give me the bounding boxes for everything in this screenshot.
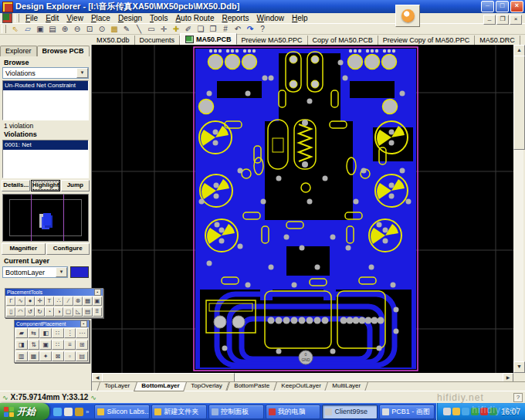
- maximize-button[interactable]: [496, 1, 509, 12]
- component-tool-icon[interactable]: ▤: [76, 351, 88, 361]
- component-tool-icon[interactable]: ⊞: [76, 340, 88, 350]
- toolbar-grip[interactable]: [2, 25, 6, 33]
- component-tool-icon[interactable]: ◧: [39, 328, 52, 338]
- mdi-restore-button[interactable]: [496, 15, 509, 25]
- magnifier-button[interactable]: Magnifier: [2, 243, 46, 255]
- document-tab[interactable]: MA50.PCB: [180, 33, 237, 45]
- tray-keyboard-icon[interactable]: [443, 408, 451, 415]
- tab-explorer[interactable]: Explorer: [0, 46, 37, 56]
- component-tool-icon[interactable]: ⇆: [28, 328, 40, 338]
- toolbar-icon[interactable]: ↷: [244, 24, 256, 34]
- menu-grip[interactable]: [15, 14, 19, 22]
- configure-button[interactable]: Configure: [46, 243, 90, 255]
- document-tab[interactable]: MX50.Ddb: [92, 36, 135, 45]
- menu-item[interactable]: File: [22, 14, 42, 22]
- list-item[interactable]: Un-Routed Net Constraint: [3, 81, 88, 90]
- magnifier-preview[interactable]: [2, 194, 89, 242]
- component-tool-icon[interactable]: ▣: [39, 340, 52, 350]
- mdi-close-button[interactable]: [510, 15, 522, 25]
- menu-item[interactable]: Design: [114, 14, 146, 22]
- component-tool-icon[interactable]: ▦: [28, 351, 40, 361]
- quick-launch-icon[interactable]: [75, 408, 83, 416]
- component-tool-icon[interactable]: ≡: [64, 340, 76, 350]
- toolbar-icon[interactable]: ╲: [133, 24, 145, 34]
- menu-item[interactable]: Help: [288, 14, 312, 22]
- start-button[interactable]: 开始: [0, 403, 49, 420]
- placement-tool-icon[interactable]: T: [45, 296, 54, 306]
- toolbar-icon[interactable]: ✎: [120, 24, 133, 34]
- menu-item[interactable]: Window: [252, 14, 288, 22]
- placement-tool-icon[interactable]: ↺: [25, 307, 35, 317]
- chevron-down-icon[interactable]: [56, 267, 67, 277]
- vertical-scrollbar[interactable]: [513, 45, 523, 373]
- tab-browse-pcb[interactable]: Browse PCB: [37, 46, 90, 56]
- toolbar-icon[interactable]: ?: [256, 24, 269, 34]
- placement-tool-icon[interactable]: ▢: [63, 307, 73, 317]
- layer-tab[interactable]: MultiLayer: [324, 382, 368, 391]
- toolbar-icon[interactable]: ▩: [108, 24, 120, 34]
- component-tool-icon[interactable]: ▰: [15, 328, 28, 338]
- placement-tool-icon[interactable]: ⠿: [93, 307, 102, 317]
- browse-mode-select[interactable]: Violations: [2, 67, 89, 79]
- component-tool-icon[interactable]: ∷: [52, 340, 64, 350]
- component-tool-icon[interactable]: ⋮: [64, 328, 76, 338]
- menu-item[interactable]: Tools: [146, 14, 171, 22]
- taskbar-button[interactable]: 控制面板: [208, 405, 264, 419]
- toolbar-icon[interactable]: ✛: [158, 24, 170, 34]
- close-button[interactable]: [510, 1, 523, 12]
- close-icon[interactable]: [94, 289, 101, 296]
- placement-tool-icon[interactable]: ◠: [15, 307, 25, 317]
- tray-icon[interactable]: [462, 408, 469, 415]
- placement-tool-icon[interactable]: ▦: [83, 296, 92, 306]
- toolbar-icon[interactable]: ▤: [46, 24, 59, 34]
- chevron-down-icon[interactable]: [76, 68, 88, 78]
- layer-tab[interactable]: KeepOutLayer: [273, 382, 328, 391]
- details-button[interactable]: Details...: [2, 180, 30, 191]
- component-tool-icon[interactable]: ▫: [64, 351, 76, 361]
- layer-tab[interactable]: TopOverlay: [183, 382, 229, 391]
- floating-title-bar[interactable]: PlacementTools: [5, 289, 103, 296]
- document-tab[interactable]: Documents: [135, 36, 181, 45]
- placement-tool-icon[interactable]: ↻: [35, 307, 44, 317]
- horizontal-scrollbar[interactable]: [92, 373, 513, 381]
- toolbar-icon[interactable]: ⊖: [71, 24, 83, 34]
- menu-item[interactable]: Auto Route: [171, 14, 218, 22]
- placement-tool-icon[interactable]: ▤: [83, 307, 92, 317]
- tray-icon[interactable]: [489, 408, 497, 415]
- layer-tab[interactable]: BottomLayer: [134, 382, 187, 391]
- mdi-minimize-button[interactable]: [483, 15, 496, 25]
- tray-antivirus-icon[interactable]: [480, 408, 488, 415]
- layer-color-swatch[interactable]: [70, 266, 89, 278]
- chevron-more-icon[interactable]: »: [86, 408, 89, 415]
- component-tool-icon[interactable]: ⇅: [28, 340, 40, 350]
- taskbar-button[interactable]: 我的电脑: [266, 405, 321, 419]
- placement-tool-icon[interactable]: ◺: [73, 307, 83, 317]
- placement-tool-icon[interactable]: ∴: [54, 296, 63, 306]
- violations-list[interactable]: 0001: Net: [2, 140, 89, 178]
- placement-tool-icon[interactable]: ✛: [35, 296, 44, 306]
- toolbar-icon[interactable]: ⊡: [83, 24, 96, 34]
- assistant-logo-button[interactable]: [395, 5, 420, 27]
- layer-tab[interactable]: TopLayer: [97, 382, 137, 391]
- component-tool-icon[interactable]: ◨: [15, 340, 28, 350]
- layer-tab[interactable]: BottomPaste: [226, 382, 277, 391]
- quick-launch-icon[interactable]: [53, 408, 62, 416]
- taskbar-button[interactable]: Silicon Labs...: [94, 405, 150, 419]
- minimize-button[interactable]: [481, 1, 494, 12]
- clock[interactable]: 16:07: [501, 408, 520, 416]
- list-item[interactable]: 0001: Net: [3, 141, 88, 150]
- close-icon[interactable]: [80, 320, 87, 327]
- document-tab[interactable]: Copy of MA50.PCB: [308, 36, 378, 45]
- tray-icon[interactable]: [471, 408, 479, 415]
- taskbar-button[interactable]: PCB1 - 画图: [379, 405, 435, 419]
- tray-icon[interactable]: [452, 408, 460, 415]
- toolbar-icon[interactable]: ▱: [22, 24, 34, 34]
- placement-tool-icon[interactable]: Γ: [6, 296, 15, 306]
- toolbar-icon[interactable]: ⊕: [59, 24, 71, 34]
- quick-launch-icon[interactable]: [64, 408, 73, 416]
- jump-button[interactable]: Jump: [61, 180, 90, 191]
- placement-tool-icon[interactable]: ▯: [6, 307, 15, 317]
- floating-title-bar[interactable]: ComponentPlacement: [15, 320, 89, 327]
- placement-tool-icon[interactable]: ◔: [45, 307, 54, 317]
- scroll-down-icon[interactable]: [513, 361, 525, 373]
